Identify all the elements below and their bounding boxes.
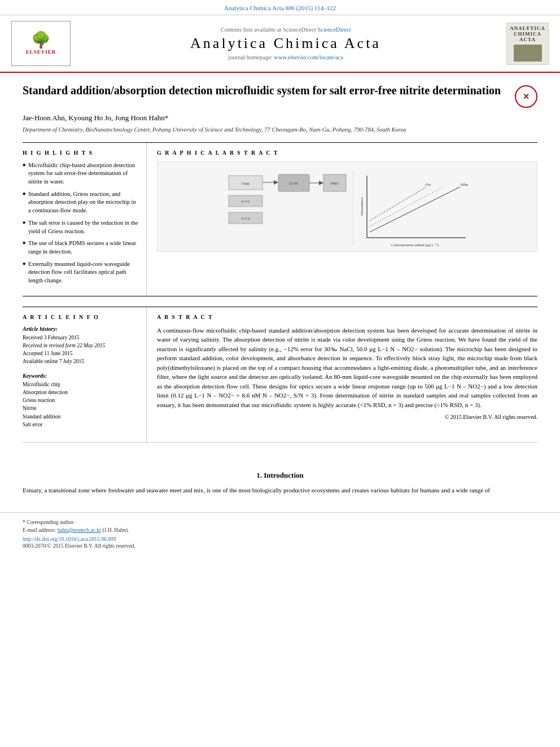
article-info-label: A R T I C L E I N F O <box>23 314 139 320</box>
svg-text:S-V2: S-V2 <box>242 216 250 221</box>
available-date: Available online 7 July 2015 <box>23 357 139 365</box>
journal-citation: Analytica Chimica Acta 886 (2015) 114–12… <box>224 5 336 11</box>
graphical-abstract-svg: Chip S-V1 S-V2 LCW PMT <box>223 164 471 249</box>
keywords-group: Keywords: Microfluidic chip Absorption d… <box>23 373 139 429</box>
elsevier-label: ELSEVIER <box>26 49 56 55</box>
graphical-abstract-label: G R A P H I C A L A B S T R A C T <box>157 150 537 156</box>
affiliation: Department of Chemistry, BioNanotechnolo… <box>23 126 537 134</box>
elsevier-tree-icon: 🌳 <box>31 32 51 48</box>
highlight-item-3: The salt error is caused by the reductio… <box>23 219 139 235</box>
svg-text:PMT: PMT <box>331 181 339 186</box>
intro-heading: 1. Introduction <box>23 471 537 480</box>
history-label: Article history: <box>23 326 139 332</box>
svg-line-19 <box>370 187 443 226</box>
svg-text:Concentration added (μg·L⁻¹): Concentration added (μg·L⁻¹) <box>391 243 439 247</box>
abstract-text: A continuous-flow microfluidic chip-base… <box>157 326 537 410</box>
introduction-section: 1. Introduction Estuary, a transitional … <box>0 471 560 495</box>
journal-header: 🌳 ELSEVIER Contents lists available at S… <box>0 15 560 73</box>
graphical-abstract-col: G R A P H I C A L A B S T R A C T Chip S… <box>147 143 537 296</box>
highlight-item-2: Standard addition, Griess reaction, and … <box>23 190 139 215</box>
footer-copyright: 0003-2670/© 2015 Elsevier B.V. All right… <box>23 543 537 549</box>
journal-center: Contents lists available at ScienceDirec… <box>73 27 498 60</box>
homepage-link[interactable]: www.elsevier.com/locate/aca <box>274 54 343 60</box>
abstract-col: A B S T R A C T A continuous-flow microf… <box>147 307 537 443</box>
email-line: E-mail address: hahn@postech.ac.kr (J.H.… <box>23 526 537 534</box>
sciencedirect-link[interactable]: ScienceDirect <box>317 27 351 33</box>
svg-marker-7 <box>274 180 278 185</box>
crossmark-icon: ✕ <box>523 92 530 102</box>
highlights-label: H I G H L I G H T S <box>23 150 139 156</box>
keyword-3: Griess reaction <box>23 396 139 404</box>
highlights-list: Microfluidic chip-based absorption detec… <box>23 161 139 285</box>
crossmark-badge: ✕ <box>515 85 537 108</box>
journal-title: Analytica Chimica Acta <box>73 35 498 52</box>
article-title-section: Standard addition/absorption detection m… <box>23 83 537 108</box>
highlight-item-1: Microfluidic chip-based absorption detec… <box>23 161 139 186</box>
doi-link[interactable]: http://dx.doi.org/10.1016/j.aca.2015.06.… <box>23 536 116 542</box>
highlight-item-5: Externally mounted liquid-core waveguide… <box>23 260 139 285</box>
svg-marker-11 <box>319 181 323 185</box>
highlight-item-4: The use of black PDMS secures a wide lin… <box>23 239 139 256</box>
intro-text: Estuary, a transitional zone where fresh… <box>23 486 537 495</box>
footer-area: * Corresponding author. E-mail address: … <box>0 512 560 555</box>
revised-date: Received in revised form 22 May 2015 <box>23 342 139 350</box>
keyword-4: Nitrite <box>23 404 139 412</box>
aca-logo-box: ANALYTICA CHIMICA ACTA <box>506 23 549 65</box>
keywords-label: Keywords: <box>23 373 139 379</box>
abstract-copyright: © 2015 Elsevier B.V. All rights reserved… <box>157 414 537 420</box>
graphical-abstract-image: Chip S-V1 S-V2 LCW PMT <box>157 161 537 252</box>
svg-line-18 <box>370 187 426 221</box>
top-bar: Analytica Chimica Acta 886 (2015) 114–12… <box>0 0 560 15</box>
svg-text:Absorbance: Absorbance <box>360 197 364 216</box>
article-info-col: A R T I C L E I N F O Article history: R… <box>23 307 147 443</box>
abstract-label: A B S T R A C T <box>157 314 537 320</box>
doi-line: http://dx.doi.org/10.1016/j.aca.2015.06.… <box>23 536 537 542</box>
svg-text:0‰: 0‰ <box>425 182 431 187</box>
keyword-5: Standard addition <box>23 413 139 421</box>
keywords-list: Microfluidic chip Absorption detection G… <box>23 381 139 429</box>
highlights-col: H I G H L I G H T S Microfluidic chip-ba… <box>23 143 147 296</box>
accepted-date: Accepted 11 June 2015 <box>23 350 139 357</box>
footnote-star: * Corresponding author. <box>23 518 537 526</box>
elsevier-logo: 🌳 ELSEVIER <box>11 21 73 66</box>
authors: Jae-Hoon Ahn, Kyoung Ho Jo, Jong Hoon Ha… <box>23 113 537 123</box>
aca-logo: ANALYTICA CHIMICA ACTA <box>498 23 549 65</box>
svg-text:Chip: Chip <box>242 181 250 186</box>
article-content: Standard addition/absorption detection m… <box>0 73 560 465</box>
email-link[interactable]: hahn@postech.ac.kr <box>58 527 101 533</box>
info-abstract-section: A R T I C L E I N F O Article history: R… <box>23 307 537 443</box>
sciencedirect-text: Contents lists available at ScienceDirec… <box>73 27 498 33</box>
keyword-2: Absorption detection <box>23 388 139 396</box>
svg-text:30‰: 30‰ <box>460 182 468 187</box>
svg-line-17 <box>370 187 460 232</box>
svg-text:S-V1: S-V1 <box>242 199 250 204</box>
keyword-6: Salt error <box>23 421 139 429</box>
svg-text:LCW: LCW <box>289 181 298 186</box>
article-history: Article history: Received 3 February 201… <box>23 326 139 366</box>
journal-homepage: journal homepage: www.elsevier.com/locat… <box>73 54 498 60</box>
keyword-1: Microfluidic chip <box>23 381 139 388</box>
article-title: Standard addition/absorption detection m… <box>23 83 506 98</box>
received-date: Received 3 February 2015 <box>23 334 139 342</box>
highlights-graphical-section: H I G H L I G H T S Microfluidic chip-ba… <box>23 142 537 296</box>
